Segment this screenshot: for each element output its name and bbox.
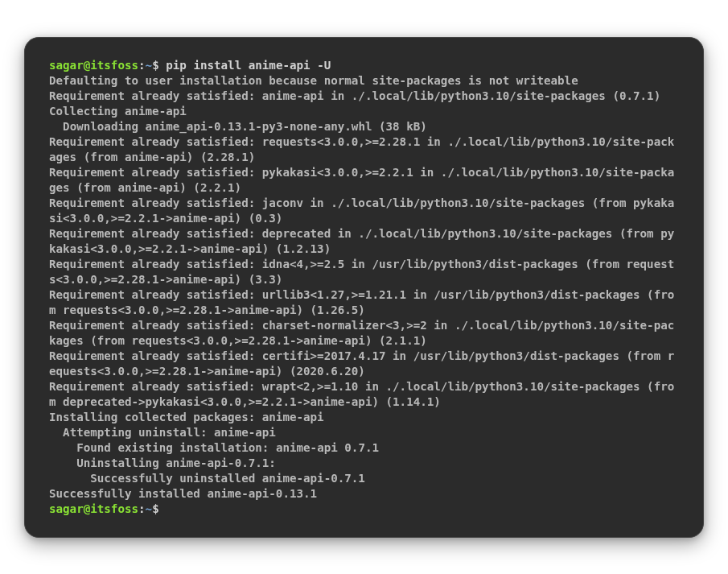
prompt-path: ~ xyxy=(146,502,153,515)
output-line: Requirement already satisfied: charset-n… xyxy=(49,319,674,347)
terminal-window: sagar@itsfoss:~$ pip install anime-api -… xyxy=(24,37,704,538)
output-line: Requirement already satisfied: idna<4,>=… xyxy=(49,258,674,286)
output-line: Attempting uninstall: anime-api xyxy=(49,426,276,439)
output-line: Requirement already satisfied: requests<… xyxy=(49,135,674,163)
cursor-position[interactable] xyxy=(159,502,167,515)
prompt-colon: : xyxy=(138,59,146,72)
output-line: Requirement already satisfied: pykakasi<… xyxy=(49,166,674,194)
output-line: Requirement already satisfied: deprecate… xyxy=(49,227,674,255)
output-line: Requirement already satisfied: jaconv in… xyxy=(49,196,674,225)
output-line: Collecting anime-api xyxy=(49,105,187,118)
output-line: Successfully uninstalled anime-api-0.7.1 xyxy=(49,472,365,485)
output-line: Requirement already satisfied: anime-api… xyxy=(49,89,660,102)
output-line: Installing collected packages: anime-api xyxy=(49,411,324,423)
output-line: Defaulting to user installation because … xyxy=(49,74,578,87)
output-line: Requirement already satisfied: wrapt<2,>… xyxy=(49,380,674,408)
command-text: pip install anime-api -U xyxy=(159,59,331,72)
prompt-user: sagar@itsfoss xyxy=(49,59,138,72)
output-line: Uninstalling anime-api-0.7.1: xyxy=(49,456,276,469)
prompt-dollar: $ xyxy=(152,59,159,72)
output-line: Requirement already satisfied: certifi>=… xyxy=(49,349,674,378)
prompt-dollar: $ xyxy=(152,502,159,515)
output-line: Successfully installed anime-api-0.13.1 xyxy=(49,487,317,500)
output-line: Requirement already satisfied: urllib3<1… xyxy=(49,288,674,316)
prompt-user: sagar@itsfoss xyxy=(49,502,138,515)
prompt-colon: : xyxy=(138,502,146,515)
output-line: Found existing installation: anime-api 0… xyxy=(49,441,379,454)
output-line: Downloading anime_api-0.13.1-py3-none-an… xyxy=(49,120,427,133)
prompt-path: ~ xyxy=(146,59,153,72)
terminal-content[interactable]: sagar@itsfoss:~$ pip install anime-api -… xyxy=(49,58,679,517)
